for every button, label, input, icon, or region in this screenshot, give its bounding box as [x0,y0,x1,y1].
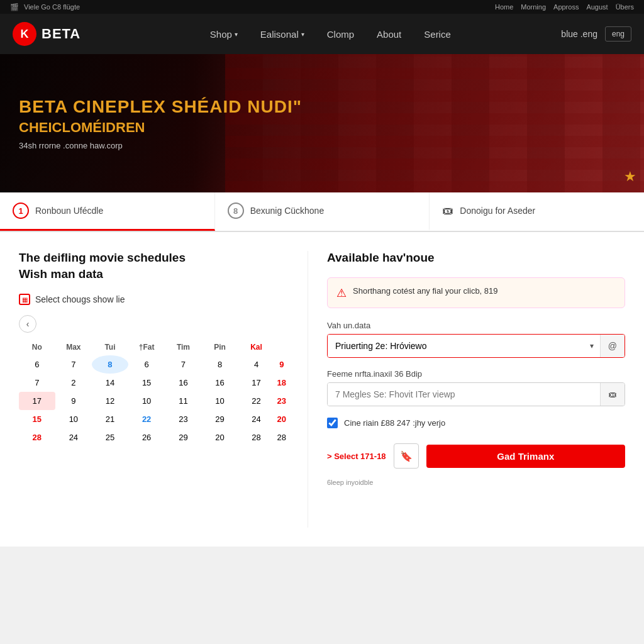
nav-items: Shop ▾ Ealisonal ▾ Clomp About Serice [99,14,561,54]
field-group-2: Feeme nrfta.inaxil 36 Bdip 🎟 [327,369,625,406]
table-row[interactable]: 18 [275,374,289,392]
table-row[interactable]: 23 [165,410,201,428]
table-row[interactable]: 22 [128,410,165,428]
table-row[interactable]: 14 [92,374,128,392]
top-link-ubers[interactable]: Übers [616,3,634,11]
action-note: 6leep inyoidble [327,479,625,486]
hero-title-sub: SHÉAID NUDI" [172,97,302,116]
table-row[interactable]: 9 [55,392,92,410]
table-row[interactable]: 29 [202,410,238,428]
tab-2[interactable]: 8 Bexunig Cückhone [215,192,430,231]
table-row[interactable]: 20 [202,428,238,447]
notice-icon: ⚠ [336,286,347,300]
primary-action-button[interactable]: Gad Trimanx [426,445,625,468]
share-icon-button[interactable]: 🔖 [394,443,419,469]
field2-action-icon[interactable]: 🎟 [600,383,625,406]
cal-day-fat: †Fat [128,339,165,355]
table-row[interactable]: 16 [165,374,201,392]
hero-title: BETA CINEPLEX SHÉAID NUDI" [19,97,302,117]
field2-label: Feeme nrfta.inaxil 36 Bdip [327,369,625,379]
table-row[interactable]: 6 [128,355,165,374]
select-link[interactable]: > Select 171-18 [327,452,386,461]
table-row[interactable]: 2 [55,374,92,392]
table-row[interactable]: 10 [202,392,238,410]
tab-1-num: 1 [13,203,29,219]
checkbox-label: Cine riain £88 247 :jhy verjo [344,418,445,428]
table-row[interactable]: 8 [202,355,238,374]
table-row[interactable]: 23 [275,392,289,410]
field1-select-wrap: Priuerting 2e: Hróviewo ▾ @ [327,334,625,358]
nav-shop[interactable]: Shop ▾ [199,14,249,54]
field1-select[interactable]: Priuerting 2e: Hróviewo [328,335,584,357]
field2-input-wrap: 🎟 [327,382,625,406]
table-row[interactable]: 26 [128,428,165,447]
nav-right: blue .eng eng [561,26,631,42]
checkbox-input[interactable] [327,418,338,428]
nav-ealisonal[interactable]: Ealisonal ▾ [249,14,316,54]
top-link-home[interactable]: Home [495,3,513,11]
table-row[interactable]: 28 [275,428,289,447]
action-row: > Select 171-18 🔖 Gad Trimanx 6leep inyo… [327,443,625,486]
hero-subtitle: CHEICLOMÉIDREN [19,119,302,136]
table-row[interactable]: 7 [19,374,55,392]
nav-about[interactable]: About [365,14,413,54]
top-link-morning[interactable]: Morning [521,3,546,11]
top-link-august[interactable]: August [586,3,608,11]
table-row[interactable]: 24 [55,428,92,447]
field1-action-icon[interactable]: @ [600,335,625,357]
top-bar: 🎬 Viele Go C8 flügte Home Morning Appros… [0,0,644,14]
table-row[interactable]: 9 [275,355,289,374]
main-nav: K BETA Shop ▾ Ealisonal ▾ Clomp About Se… [0,14,644,54]
notice-text: Shorthang cotést any fial your clicb, 81… [353,286,498,297]
table-row[interactable]: 17 [238,374,275,392]
table-row[interactable]: 11 [165,392,201,410]
tab-3[interactable]: 🎟 Donoigu for Aseder [430,192,644,231]
table-row[interactable]: 16 [202,374,238,392]
table-row[interactable]: 22 [238,392,275,410]
nav-serice[interactable]: Serice [413,14,462,54]
table-row[interactable]: 25 [92,428,128,447]
table-row[interactable]: 4 [238,355,275,374]
calendar: ‹ No Max Tui †Fat Tim Pin Kal [19,315,289,447]
table-row[interactable]: 15 [128,374,165,392]
tab-3-icon: 🎟 [442,204,453,218]
table-row[interactable]: 21 [92,410,128,428]
table-row[interactable]: 10 [128,392,165,410]
cal-day-kal: Kal [238,339,275,355]
field2-input[interactable] [328,383,600,406]
top-link-appross[interactable]: Appross [553,3,579,11]
nav-ealisonal-arrow: ▾ [301,31,304,38]
tabs-row: 1 Ronboun Ufécdle 8 Bexunig Cückhone 🎟 D… [0,192,644,232]
table-row[interactable]: 29 [165,428,201,447]
top-bar-logo-icon: 🎬 [10,3,19,11]
table-row[interactable]: 10 [55,410,92,428]
tab-1-label: Ronboun Ufécdle [35,206,103,216]
table-row[interactable]: 20 [275,410,289,428]
table-row[interactable]: 24 [238,410,275,428]
cal-prev-button[interactable]: ‹ [19,315,36,333]
table-row[interactable]: 28 [238,428,275,447]
table-row[interactable]: 6 [19,355,55,374]
table-row[interactable]: 12 [92,392,128,410]
nav-right-label: blue .eng [561,29,597,39]
logo-text: BETA [42,26,80,42]
nav-clomp[interactable]: Clomp [316,14,365,54]
field1-label: Vah un.data [327,321,625,330]
cal-day-tim: Tim [165,339,201,355]
table-row[interactable]: 17 [19,392,55,410]
table-row[interactable]: 7 [55,355,92,374]
cal-day-pin: Pin [202,339,238,355]
cal-grid: No Max Tui †Fat Tim Pin Kal 6 7 8 6 [19,339,289,447]
table-row[interactable]: 7 [165,355,201,374]
tab-1[interactable]: 1 Ronboun Ufécdle [0,192,215,231]
logo[interactable]: K BETA [13,22,80,46]
cal-day-tui: Tui [92,339,128,355]
top-bar-links: Home Morning Appross August Übers [495,3,634,11]
hero-content: BETA CINEPLEX SHÉAID NUDI" CHEICLOMÉIDRE… [0,78,321,169]
table-row[interactable]: 15 [19,410,55,428]
table-row[interactable]: 8 [92,355,128,374]
notice-box: ⚠ Shorthang cotést any fial your clicb, … [327,277,625,308]
language-button[interactable]: eng [605,26,631,42]
table-row[interactable]: 28 [19,428,55,447]
main-content: The deifling movie schedules Wish man da… [0,232,644,547]
